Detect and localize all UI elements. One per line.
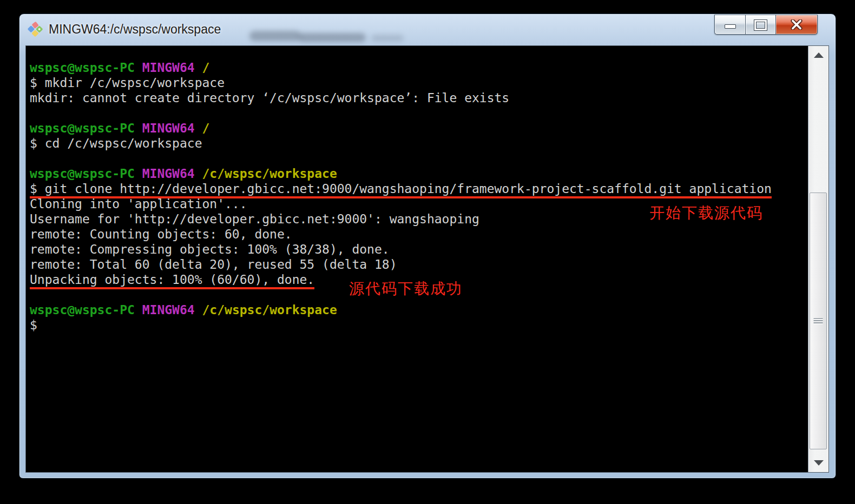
terminal-text-segment: MINGW64 [135, 167, 195, 181]
terminal-line [30, 151, 804, 166]
terminal-text-segment: remote: Total 60 (delta 20), reused 55 (… [30, 257, 397, 271]
terminal-line: wspsc@wspsc-PC MINGW64 / [30, 121, 804, 136]
maximize-icon [754, 20, 767, 30]
terminal-line: wspsc@wspsc-PC MINGW64 /c/wspsc/workspac… [30, 302, 804, 317]
terminal-text-segment: /c/wspsc/workspace [195, 303, 337, 317]
close-button[interactable] [776, 15, 818, 35]
close-x-icon [790, 19, 803, 30]
terminal-line: $ [30, 317, 804, 333]
scrollbar-thumb[interactable] [810, 193, 827, 449]
terminal-text-segment: $ mkdir /c/wspsc/workspace [30, 76, 225, 90]
terminal-line: wspsc@wspsc-PC MINGW64 /c/wspsc/workspac… [30, 166, 804, 181]
terminal-text-segment: Username for 'http://developer.gbicc.net… [30, 212, 479, 226]
terminal-line: remote: Counting objects: 60, done. [30, 227, 804, 242]
terminal-text-segment: wspsc@wspsc-PC [30, 303, 135, 317]
arrow-down-icon [814, 460, 824, 466]
aero-glass-smudge [371, 35, 404, 42]
terminal-text-segment: wspsc@wspsc-PC [30, 121, 135, 135]
app-icon [28, 22, 43, 37]
terminal-output[interactable]: wspsc@wspsc-PC MINGW64 /$ mkdir /c/wspsc… [26, 46, 808, 472]
terminal-text-segment: remote: Counting objects: 60, done. [30, 227, 292, 241]
terminal-text-segment: MINGW64 [135, 61, 195, 75]
aero-glass-smudge [249, 31, 301, 41]
minimize-icon [725, 24, 736, 29]
annotation-clone-start: 开始下载源代码 [649, 203, 763, 223]
terminal-line: $ git clone http://developer.gbicc.net:9… [30, 181, 804, 196]
terminal-text-segment: MINGW64 [135, 121, 195, 135]
terminal-line: $ mkdir /c/wspsc/workspace [30, 75, 804, 90]
arrow-up-icon [814, 52, 824, 58]
terminal-text-segment: / [195, 61, 210, 75]
annotation-download-success: 源代码下载成功 [349, 278, 463, 299]
terminal-text-segment: MINGW64 [135, 303, 195, 317]
terminal-line: remote: Total 60 (delta 20), reused 55 (… [30, 257, 804, 272]
minimize-button[interactable] [714, 15, 745, 35]
terminal-text-segment: wspsc@wspsc-PC [30, 167, 135, 181]
terminal-line: wspsc@wspsc-PC MINGW64 / [30, 60, 804, 75]
grip-lines-icon [814, 318, 823, 324]
vertical-scrollbar[interactable] [808, 46, 828, 472]
terminal-text-segment: $ cd /c/wspsc/workspace [30, 136, 202, 150]
maximize-button[interactable] [745, 15, 776, 35]
terminal-text-segment: mkdir: cannot create directory ‘/c/wspsc… [30, 91, 509, 105]
terminal-line [30, 105, 804, 121]
terminal-text-segment: / [195, 121, 210, 135]
console-client-area: wspsc@wspsc-PC MINGW64 /$ mkdir /c/wspsc… [25, 45, 829, 473]
aero-glass-smudge [298, 33, 366, 42]
title-bar[interactable]: MINGW64:/c/wspsc/workspace [19, 14, 836, 45]
terminal-line: remote: Compressing objects: 100% (38/38… [30, 242, 804, 257]
window-title: MINGW64:/c/wspsc/workspace [49, 22, 221, 37]
terminal-line: mkdir: cannot create directory ‘/c/wspsc… [30, 90, 804, 105]
window-controls [714, 15, 818, 35]
terminal-text-segment: wspsc@wspsc-PC [30, 61, 135, 75]
terminal-text-segment: $ [30, 318, 37, 332]
scroll-down-button[interactable] [808, 455, 828, 471]
terminal-text-segment: remote: Compressing objects: 100% (38/38… [30, 242, 390, 256]
terminal-text-segment: Cloning into 'application'... [30, 197, 247, 211]
terminal-window: MINGW64:/c/wspsc/workspace wspsc@wspsc-P… [19, 14, 836, 479]
terminal-text-segment: /c/wspsc/workspace [195, 167, 337, 181]
scroll-up-button[interactable] [808, 47, 828, 63]
terminal-text-segment: Unpacking objects: 100% (60/60), done. [30, 273, 314, 289]
terminal-line: $ cd /c/wspsc/workspace [30, 136, 804, 151]
